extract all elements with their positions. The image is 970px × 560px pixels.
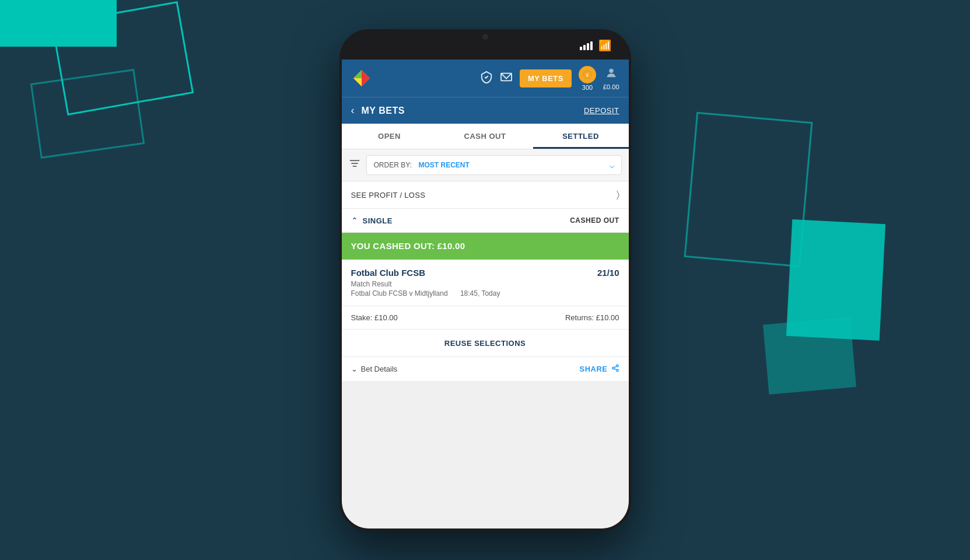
- order-chevron-icon: ⌵: [610, 160, 614, 170]
- bet-type-label: SINGLE: [363, 216, 570, 225]
- signal-bar-3: [587, 43, 589, 50]
- bg-decoration-2: [30, 69, 145, 159]
- svg-point-7: [609, 68, 613, 72]
- phone-frame: 📶: [339, 29, 631, 531]
- my-bets-button[interactable]: MY BETS: [520, 69, 572, 88]
- phone-screen: 📶: [342, 32, 629, 528]
- coin-icon: £: [579, 66, 596, 83]
- coins-area[interactable]: £ 300: [579, 66, 596, 91]
- share-icon: [611, 364, 619, 374]
- svg-point-13: [616, 369, 618, 372]
- bet-market: Match Result: [351, 280, 619, 288]
- svg-marker-3: [353, 78, 362, 86]
- bet-footer: ⌄ Bet Details SHARE: [342, 357, 629, 381]
- svg-text:£: £: [586, 72, 589, 76]
- app-content: MY BETS £ 300: [342, 60, 629, 528]
- bet-match-teams: Fotbal Club FCSB v Midtjylland: [351, 289, 448, 298]
- order-by-dropdown[interactable]: ORDER BY: MOST RECENT ⌵: [366, 155, 622, 175]
- tabs-bar: OPEN CASH OUT SETTLED: [342, 124, 629, 149]
- cashed-out-amount: YOU CASHED OUT: £10.00: [351, 241, 465, 251]
- svg-line-14: [614, 369, 617, 370]
- bet-section: ⌃ SINGLE CASHED OUT YOU CASHED OUT: £10.…: [342, 209, 629, 381]
- bg-decoration-3: [684, 112, 813, 267]
- filter-bar: ORDER BY: MOST RECENT ⌵: [342, 149, 629, 181]
- account-balance: £0.00: [603, 83, 619, 90]
- profit-loss-row[interactable]: SEE PROFIT / LOSS 〉: [342, 181, 629, 209]
- bg-decoration-top-left: [0, 0, 117, 47]
- deposit-link[interactable]: DEPOSIT: [584, 106, 619, 115]
- bg-decoration-5: [763, 317, 856, 395]
- my-bets-title: MY BETS: [362, 106, 584, 116]
- wifi-icon: 📶: [598, 39, 611, 52]
- svg-point-12: [612, 367, 614, 369]
- account-area[interactable]: £0.00: [603, 66, 619, 90]
- order-by-label: ORDER BY:: [374, 161, 412, 169]
- bet-details-toggle[interactable]: ⌄ Bet Details: [351, 365, 398, 373]
- nav-icons-group: MY BETS £ 300: [480, 66, 619, 91]
- svg-point-11: [616, 365, 618, 367]
- mail-button[interactable]: [500, 72, 513, 85]
- returns-amount: Returns: £10.00: [565, 313, 619, 322]
- bet-header: ⌃ SINGLE CASHED OUT: [342, 209, 629, 233]
- tab-open[interactable]: OPEN: [342, 124, 437, 149]
- cashed-out-banner: YOU CASHED OUT: £10.00: [342, 233, 629, 260]
- account-icon: [605, 66, 618, 83]
- profit-loss-arrow-icon: 〉: [617, 190, 619, 200]
- stake-returns-row: Stake: £10.00 Returns: £10.00: [342, 306, 629, 330]
- bg-decoration-4: [786, 219, 885, 341]
- reuse-selections-label: REUSE SELECTIONS: [444, 339, 526, 348]
- profit-loss-label: SEE PROFIT / LOSS: [351, 191, 617, 200]
- stake-amount: Stake: £10.00: [351, 313, 398, 322]
- bet-team-odds-row: 21/10 Fotbal Club FCSB: [351, 268, 619, 278]
- bet-match-time: 18:45, Today: [460, 289, 500, 298]
- bet-match-info: Fotbal Club FCSB v Midtjylland 18:45, To…: [351, 289, 619, 298]
- bet-team-name: Fotbal Club FCSB: [351, 268, 426, 278]
- signal-bars-icon: [580, 41, 593, 50]
- share-label: SHARE: [579, 365, 607, 373]
- svg-marker-2: [362, 70, 370, 86]
- top-navigation: MY BETS £ 300: [342, 60, 629, 97]
- signal-bar-1: [580, 47, 582, 50]
- order-by-value: MOST RECENT: [418, 161, 607, 169]
- filter-icon[interactable]: [349, 159, 360, 172]
- bet-details-section: 21/10 Fotbal Club FCSB Match Result Fotb…: [342, 260, 629, 306]
- camera-dot: [482, 34, 488, 40]
- app-logo[interactable]: [351, 68, 372, 89]
- cashed-out-status-badge: CASHED OUT: [570, 216, 619, 225]
- bet-details-link-text: Bet Details: [361, 365, 398, 373]
- bet-collapse-icon[interactable]: ⌃: [351, 216, 358, 225]
- tab-cash-out[interactable]: CASH OUT: [437, 124, 533, 149]
- back-button[interactable]: ‹: [351, 104, 355, 117]
- svg-line-15: [614, 366, 617, 368]
- coins-count: 300: [582, 84, 593, 91]
- bet-details-chevron-icon: ⌄: [351, 365, 358, 373]
- tab-settled[interactable]: SETTLED: [533, 124, 629, 149]
- bet-odds: 21/10: [597, 268, 619, 278]
- signal-bar-4: [590, 41, 593, 50]
- share-button[interactable]: SHARE: [579, 364, 619, 374]
- bg-decoration-1: [51, 1, 194, 116]
- reuse-selections-button[interactable]: REUSE SELECTIONS: [342, 330, 629, 357]
- signal-bar-2: [583, 45, 586, 50]
- my-bets-section-header: ‹ MY BETS DEPOSIT: [342, 97, 629, 124]
- shield-button[interactable]: [480, 71, 493, 86]
- phone-notch: [447, 29, 523, 47]
- logo-svg: [351, 68, 372, 89]
